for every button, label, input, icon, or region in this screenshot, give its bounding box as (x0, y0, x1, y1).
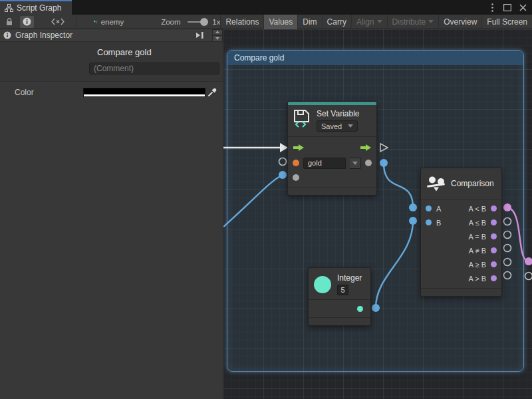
endpoint-dot[interactable] (380, 159, 388, 167)
zoom-slider[interactable] (188, 21, 206, 23)
input-b-label: B (436, 219, 441, 227)
toggle-dim-label: Dim (303, 17, 317, 27)
eyedropper-button[interactable] (205, 87, 219, 98)
scope-value: Saved (321, 122, 342, 130)
zoom-value: 1x (212, 18, 220, 26)
toggle-carry[interactable]: Carry (322, 15, 351, 29)
input-a-label: A (436, 205, 441, 213)
integer-out-port[interactable] (357, 306, 363, 312)
lock-icon[interactable] (3, 16, 16, 28)
input-b-port[interactable] (426, 219, 432, 225)
info-toggle-button[interactable] (20, 16, 34, 28)
endpoint-dot[interactable] (409, 217, 417, 225)
toggle-dim[interactable]: Dim (297, 15, 321, 29)
toggle-values[interactable]: Values (263, 15, 297, 29)
port-ring[interactable] (504, 231, 511, 239)
value-in-port[interactable] (293, 174, 299, 181)
variable-name-port[interactable] (293, 160, 299, 166)
script-graph-asset-icon (94, 17, 97, 27)
edit-source-icon[interactable] (49, 16, 67, 28)
toolbar-toggles: Relations Values Dim Carry Align Distrib… (220, 15, 532, 29)
wire-to-offscreen-left (223, 175, 283, 227)
maximize-icon[interactable] (502, 2, 513, 13)
node-footer (421, 288, 501, 296)
set-variable-body: gold (288, 137, 376, 187)
chevron-down-icon (377, 20, 382, 23)
input-a-port[interactable] (426, 205, 432, 211)
color-row: Color (0, 87, 223, 98)
output-a-lt-b-port[interactable] (491, 205, 497, 211)
eyedropper-icon (207, 88, 217, 97)
value-out-port[interactable] (365, 160, 372, 166)
endpoint-dot[interactable] (503, 203, 511, 211)
output-a-gt-b-port[interactable] (491, 275, 497, 281)
endpoint-dot[interactable] (525, 257, 532, 265)
tab-script-graph[interactable]: Script Graph (0, 0, 72, 15)
graph-inspector-header: Graph Inspector (0, 29, 223, 42)
toggle-relations[interactable]: Relations (220, 15, 263, 29)
color-label: Color (15, 88, 83, 97)
button-full-screen-label: Full Screen (487, 17, 527, 27)
endpoint-dot[interactable] (279, 171, 287, 179)
node-comparison[interactable]: Comparison A A < B B A ≤ B A = B A ≠ B (420, 168, 502, 297)
comparison-header: Comparison (421, 168, 501, 200)
node-title: Integer (337, 273, 362, 283)
close-icon[interactable] (517, 2, 528, 13)
button-overview[interactable]: Overview (438, 15, 481, 29)
output-a-eq-b-port[interactable] (491, 233, 497, 239)
inspector-title: Graph Inspector (15, 31, 72, 40)
port-ring[interactable] (504, 218, 511, 225)
graph-title-section: Compare gold (0, 42, 223, 82)
set-variable-header: Set Variable Saved (288, 105, 376, 137)
output-label: A = B (468, 233, 486, 241)
variable-name-caret-button[interactable] (350, 158, 361, 169)
comment-input[interactable] (89, 63, 219, 74)
endpoint-dot[interactable] (372, 304, 380, 312)
graph-inspector-panel: Graph Inspector Compare gold Color (0, 29, 223, 399)
wire-setvar-to-comparison-a (384, 163, 413, 207)
output-a-gte-b-port[interactable] (491, 261, 497, 267)
output-label: A ≤ B (469, 219, 486, 227)
scroll-up-button[interactable] (212, 29, 223, 36)
chevron-down-icon (348, 124, 353, 128)
port-ring[interactable] (525, 273, 532, 280)
port-ring[interactable] (504, 259, 511, 266)
output-label: A ≠ B (469, 247, 486, 255)
button-full-screen[interactable]: Full Screen (481, 15, 532, 29)
output-a-lte-b-port[interactable] (491, 219, 497, 225)
toggle-carry-label: Carry (327, 17, 346, 27)
dock-right-icon (196, 31, 205, 39)
comparison-body: A A < B B A ≤ B A = B A ≠ B A ≥ B (421, 200, 501, 288)
port-ring[interactable] (504, 245, 511, 252)
zoom-label: Zoom (161, 18, 180, 26)
flow-out-port[interactable] (360, 144, 371, 151)
graph-hierarchy-icon (5, 4, 13, 12)
menu-align[interactable]: Align (351, 15, 387, 29)
output-label: A < B (468, 205, 486, 213)
node-integer[interactable]: Integer 5 (308, 267, 371, 326)
integer-value-input[interactable]: 5 (337, 285, 348, 295)
graph-canvas[interactable]: Compare gold (223, 29, 532, 399)
node-title: Comparison (451, 179, 494, 188)
port-ring[interactable] (504, 272, 511, 279)
zoom-slider-handle[interactable] (200, 18, 208, 26)
tab-title: Script Graph (17, 3, 61, 13)
node-set-variable[interactable]: Set Variable Saved gold (287, 101, 377, 196)
comparison-scale-icon (427, 176, 446, 192)
flow-in-port[interactable] (293, 144, 304, 151)
window-menu-icon[interactable] (487, 2, 497, 13)
scroll-down-button[interactable] (212, 35, 223, 42)
endpoint-dot[interactable] (409, 203, 417, 211)
variable-scope-dropdown[interactable]: Saved (317, 120, 358, 132)
graph-title-field[interactable]: Compare gold (97, 47, 223, 57)
menu-distribute[interactable]: Distribute (387, 15, 439, 29)
triangle-down-icon (215, 37, 219, 40)
flow-out-triangle[interactable] (380, 144, 388, 152)
port-ring[interactable] (279, 158, 287, 166)
dock-panel-button[interactable] (196, 31, 205, 39)
variable-name-dropdown[interactable]: gold (303, 158, 346, 169)
node-footer (309, 317, 370, 325)
node-footer (288, 187, 376, 195)
color-swatch[interactable] (83, 88, 205, 97)
output-a-neq-b-port[interactable] (491, 247, 497, 253)
